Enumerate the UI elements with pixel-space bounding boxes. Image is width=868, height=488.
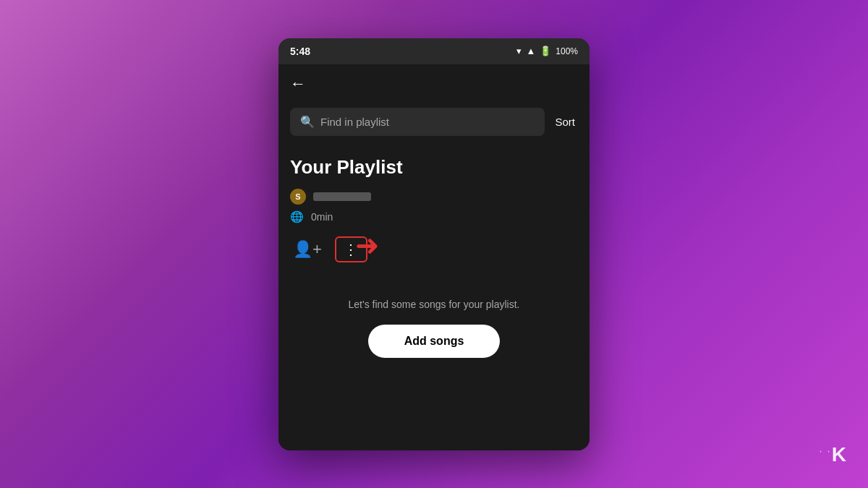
empty-state-text: Let's find some songs for your playlist. (349, 299, 520, 310)
action-row: 👤+ ⋮ ➜ (290, 236, 578, 262)
knowtechie-watermark: · ·K (820, 443, 846, 466)
add-user-button[interactable]: 👤+ (290, 237, 325, 262)
battery-percent: 100% (556, 46, 578, 56)
signal-icon: ▲ (526, 46, 535, 56)
watermark-letter: K (832, 443, 846, 466)
status-icons: ▾ ▲ 🔋 100% (516, 46, 578, 56)
add-songs-button[interactable]: Add songs (368, 325, 501, 358)
phone-frame: 5:48 ▾ ▲ 🔋 100% ← 🔍 Find in playlist Sor… (278, 38, 590, 450)
status-time: 5:48 (290, 46, 310, 57)
owner-row: S (290, 189, 578, 205)
watermark-dots: · · (820, 448, 832, 455)
globe-icon: 🌐 (290, 210, 304, 223)
owner-avatar: S (290, 189, 306, 205)
search-icon: 🔍 (300, 115, 315, 129)
duration-row: 🌐 0min (290, 210, 578, 223)
back-button[interactable]: ← (290, 72, 306, 96)
status-bar: 5:48 ▾ ▲ 🔋 100% (278, 38, 590, 64)
battery-icon: 🔋 (540, 46, 551, 56)
search-placeholder-text: Find in playlist (320, 116, 389, 128)
playlist-meta: S 🌐 0min (290, 189, 578, 223)
sort-button[interactable]: Sort (552, 110, 578, 134)
search-input-wrapper[interactable]: 🔍 Find in playlist (290, 108, 545, 136)
search-area: 🔍 Find in playlist Sort (278, 102, 590, 142)
duration-text: 0min (311, 211, 333, 223)
main-content: Your Playlist S 🌐 0min 👤+ ⋮ ➜ Let's find… (278, 142, 590, 450)
playlist-title: Your Playlist (290, 156, 578, 179)
wifi-icon: ▾ (516, 46, 522, 56)
header: ← (278, 64, 590, 102)
empty-state: Let's find some songs for your playlist.… (290, 299, 578, 358)
annotation-arrow: ➜ (355, 231, 380, 264)
owner-name-redacted (313, 192, 371, 201)
